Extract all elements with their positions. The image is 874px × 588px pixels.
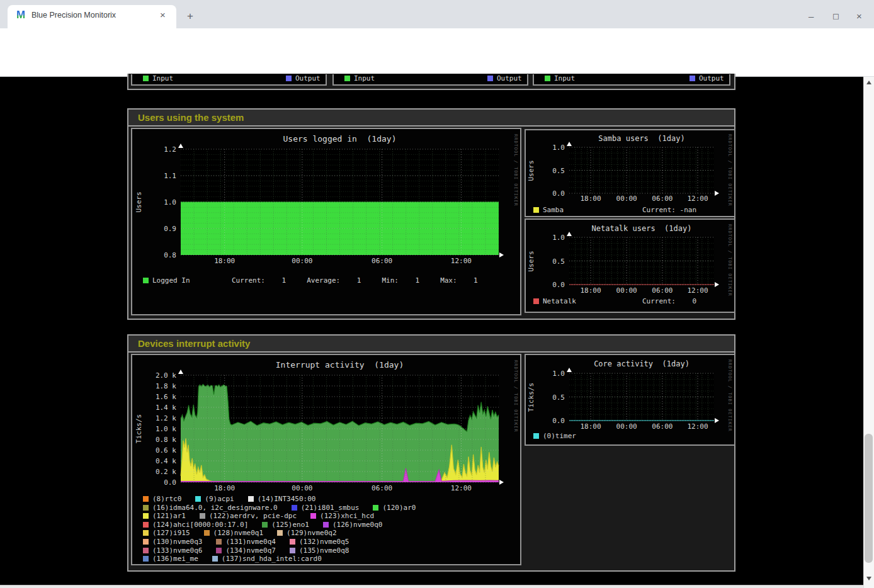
input-legend-label: Input: [354, 74, 375, 82]
tab-title: Blue Precision Monitorix: [31, 11, 116, 20]
plot-up-arrow: [567, 368, 572, 372]
x-tick-label: 18:00: [580, 422, 601, 431]
y-tick-label: 1.0 k: [139, 425, 176, 433]
window-maximize-button[interactable]: ◻: [832, 11, 839, 21]
y-tick-label: 0.9: [139, 225, 176, 233]
window-minimize-button[interactable]: –: [809, 11, 814, 21]
input-legend-swatch: [344, 76, 350, 81]
legend-item: (137)snd_hda_intel:card0: [212, 555, 322, 563]
interrupt-legend: (8)rtc0(9)acpi(14)INT3450:00(16)idma64.0…: [143, 495, 429, 563]
plot-up-arrow: [178, 144, 183, 148]
section-interrupts-header: Devices interrupt activity: [128, 336, 734, 353]
y-tick-label: 0.4 k: [139, 457, 176, 465]
y-tick-label: 1.8 k: [139, 382, 176, 390]
users-logged-in-graph[interactable]: Users logged in (1day)Users1.21.11.00.90…: [131, 128, 521, 315]
x-tick-label: 12:00: [687, 286, 708, 295]
x-tick-label: 18:00: [214, 484, 235, 492]
legend-row: (130)nvme0q3(131)nvme0q4(132)nvme0q5: [143, 538, 429, 546]
core-activity-graph[interactable]: Core activity (1day)Ticks/s1.00.50.018:0…: [525, 354, 735, 446]
output-legend-swatch: [487, 76, 493, 81]
samba-users-graph[interactable]: Samba users (1day)Users1.00.50.018:0000:…: [525, 129, 735, 217]
legend-item: (16)idma64.0, i2c_designware.0: [143, 504, 278, 512]
legend-current: Current: -nan: [642, 206, 696, 214]
x-tick-label: 18:00: [214, 257, 235, 265]
window-bottom-edge: [0, 585, 874, 588]
y-tick-label: 1.0: [527, 370, 565, 378]
new-tab-button[interactable]: +: [187, 10, 193, 23]
x-tick-label: 00:00: [616, 422, 637, 431]
plot-area: [569, 373, 714, 421]
x-tick-label: 18:00: [580, 286, 601, 295]
legend-swatch: [373, 505, 378, 511]
output-legend-label: Output: [699, 74, 724, 82]
y-tick-label: 1.0: [139, 198, 176, 206]
legend-current: Current: 0: [642, 297, 696, 305]
legend-item: (8)rtc0: [143, 495, 181, 503]
legend-swatch: [216, 539, 222, 545]
legend-swatch: [310, 513, 316, 519]
legend-item: (130)nvme0q3: [143, 538, 202, 546]
x-tick-label: 12:00: [451, 484, 472, 492]
chart-title: Core activity (1day): [594, 359, 690, 368]
plot-area: [569, 237, 714, 285]
window-close-button[interactable]: ×: [856, 11, 862, 21]
legend-item: (121)ar1: [143, 512, 186, 520]
legend-swatch: [195, 496, 201, 502]
legend-item: (133)nvme0q6: [143, 546, 202, 555]
tab-strip: M Blue Precision Monitorix × + – ◻ ×: [0, 0, 874, 28]
legend-swatch: [143, 522, 149, 528]
y-tick-label: 1.6 k: [139, 393, 176, 401]
output-legend-swatch: [690, 76, 695, 81]
y-tick-label: 0.0: [139, 478, 176, 487]
legend-item: (125)eno1: [262, 521, 309, 529]
legend-item: (134)nvme0q7: [216, 546, 275, 555]
y-tick-label: 0.5: [527, 167, 565, 175]
network-graph-panel-3: Input Output: [533, 74, 730, 86]
legend-item: (123)xhci_hcd: [310, 512, 374, 520]
legend-item: (132)nvme0q5: [290, 538, 349, 546]
legend-row: (136)mei_me(137)snd_hda_intel:card0: [143, 555, 429, 563]
rrdtool-watermark: RRDTOOL / TOBI OETIKER: [727, 134, 732, 206]
chart-title: Interrupt activity (1day): [276, 360, 404, 370]
legend-swatch: [143, 548, 149, 553]
x-tick-label: 06:00: [652, 286, 673, 295]
legend-swatch: [143, 556, 149, 562]
legend-row: (133)nvme0q6(134)nvme0q7(135)nvme0q8: [143, 546, 429, 555]
plot-up-arrow: [178, 370, 183, 374]
legend-item: (129)nvme0q2: [277, 529, 336, 537]
y-tick-label: 1.0: [527, 234, 565, 242]
y-tick-label: 0.6 k: [139, 446, 176, 455]
y-tick-label: 0.5: [527, 393, 565, 402]
legend-item: (124)ahci[0000:00:17.0]: [143, 521, 248, 529]
output-legend-label: Output: [295, 74, 321, 82]
graph-legend: Samba: [533, 206, 564, 214]
scrollbar-up-arrow[interactable]: [866, 81, 871, 84]
tab-close-icon[interactable]: ×: [160, 9, 166, 20]
x-tick-label: 00:00: [616, 195, 637, 203]
y-tick-label: 0.5: [527, 257, 565, 266]
chart-title: Samba users (1day): [598, 134, 684, 143]
chart-title: Users logged in (1day): [283, 134, 396, 144]
netatalk-users-graph[interactable]: Netatalk users (1day)Users1.00.50.018:00…: [525, 218, 735, 313]
scrollbar-thumb[interactable]: [865, 434, 873, 563]
input-legend-label: Input: [554, 74, 575, 82]
input-legend-label: Input: [152, 74, 173, 82]
legend-swatch: [143, 513, 149, 519]
x-tick-label: 12:00: [687, 422, 708, 431]
scrollbar-down-arrow[interactable]: [866, 577, 871, 580]
interrupt-activity-graph[interactable]: Interrupt activity (1day)Ticks/s2.0 k1.8…: [131, 354, 521, 565]
y-tick-label: 1.2: [139, 145, 176, 154]
rrdtool-watermark: RRDTOOL / TOBI OETIKER: [727, 359, 732, 432]
plot-up-arrow: [567, 142, 572, 146]
section-users-header: Users using the system: [128, 110, 734, 127]
rrdtool-watermark: RRDTOOL / TOBI OETIKER: [513, 134, 518, 206]
legend-stats: Current: 1 Average: 1 Min: 1 Max: 1: [232, 276, 478, 285]
x-tick-label: 12:00: [451, 257, 472, 265]
legend-item: (14)INT3450:00: [248, 495, 316, 503]
plot-right-arrow: [715, 418, 719, 423]
x-tick-label: 12:00: [687, 195, 708, 203]
legend-swatch: [533, 298, 539, 304]
input-legend-swatch: [545, 76, 550, 81]
chart-title: Netatalk users (1day): [592, 224, 692, 233]
y-tick-label: 0.0: [527, 417, 565, 425]
